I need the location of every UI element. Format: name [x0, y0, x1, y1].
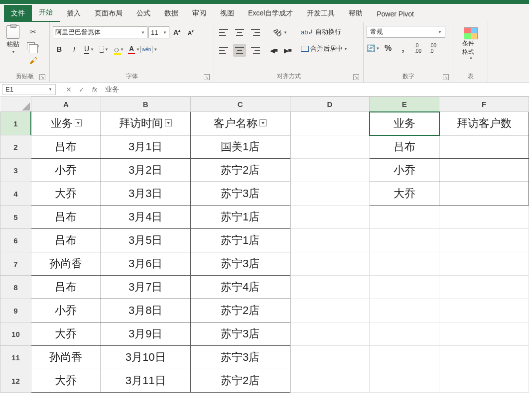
row-header-3[interactable]: 3 — [0, 159, 31, 182]
cell-C10[interactable]: 苏宁3店 — [190, 322, 290, 346]
cell-D6[interactable] — [290, 229, 370, 252]
cell-E2[interactable]: 吕布 — [370, 135, 439, 159]
cell-D5[interactable] — [290, 206, 370, 229]
decrease-decimal-button[interactable]: .00.0 — [426, 42, 439, 55]
cell-D3[interactable] — [290, 159, 370, 182]
dialog-launcher-icon[interactable]: ↘ — [353, 74, 359, 80]
align-middle-button[interactable] — [233, 26, 246, 39]
cell-A5[interactable]: 吕布 — [31, 206, 101, 229]
cell-E4[interactable]: 大乔 — [370, 182, 439, 206]
tab-help[interactable]: 帮助 — [342, 5, 370, 22]
cell-E9[interactable] — [370, 299, 439, 322]
cell-D7[interactable] — [290, 252, 370, 276]
cell-F4[interactable] — [439, 182, 529, 206]
cell-E6[interactable] — [370, 229, 439, 252]
cell-C2[interactable]: 国美1店 — [190, 135, 290, 159]
currency-button[interactable]: 🔄▼ — [367, 42, 380, 55]
cell-F1[interactable]: 拜访客户数 — [439, 112, 529, 135]
col-header-B[interactable]: B — [101, 97, 190, 112]
cancel-formula-button[interactable]: ✕ — [62, 84, 75, 95]
cell-C11[interactable]: 苏宁3店 — [190, 346, 290, 369]
dialog-launcher-icon[interactable]: ↘ — [39, 74, 45, 80]
cell-A9[interactable]: 小乔 — [31, 299, 101, 322]
cell-D4[interactable] — [290, 182, 370, 206]
col-header-E[interactable]: E — [370, 97, 439, 112]
cell-E3[interactable]: 小乔 — [370, 159, 439, 182]
cell-F8[interactable] — [439, 276, 529, 299]
cell-C4[interactable]: 苏宁3店 — [190, 182, 290, 206]
cell-E12[interactable] — [370, 369, 439, 393]
row-header-1[interactable]: 1 — [0, 112, 31, 135]
filter-button[interactable] — [75, 119, 82, 126]
cell-A2[interactable]: 吕布 — [31, 135, 101, 159]
cell-C5[interactable]: 苏宁1店 — [190, 206, 290, 229]
cell-B1[interactable]: 拜访时间 — [101, 112, 190, 135]
cell-C9[interactable]: 苏宁2店 — [190, 299, 290, 322]
cell-A12[interactable]: 大乔 — [31, 369, 101, 393]
phonetic-button[interactable]: wén▼ — [142, 43, 155, 56]
formula-input[interactable]: 业务 — [101, 85, 529, 94]
row-header-11[interactable]: 11 — [0, 346, 31, 369]
font-color-button[interactable]: A▼ — [128, 43, 140, 56]
align-left-button[interactable] — [217, 44, 230, 57]
cell-F10[interactable] — [439, 322, 529, 346]
cut-button[interactable]: ✂ — [28, 26, 38, 38]
tab-developer[interactable]: 开发工具 — [300, 5, 342, 22]
cell-B4[interactable]: 3月3日 — [101, 182, 190, 206]
accept-formula-button[interactable]: ✓ — [75, 84, 88, 95]
dialog-launcher-icon[interactable]: ↘ — [204, 74, 210, 80]
cell-C7[interactable]: 苏宁3店 — [190, 252, 290, 276]
cell-F9[interactable] — [439, 299, 529, 322]
tab-view[interactable]: 视图 — [213, 5, 241, 22]
font-name-select[interactable]: 阿里巴巴普惠体▼ — [53, 26, 147, 38]
align-top-button[interactable] — [217, 26, 230, 39]
cell-B8[interactable]: 3月7日 — [101, 276, 190, 299]
orientation-button[interactable]: ab▼ — [274, 26, 287, 39]
merge-center-button[interactable]: 合并后居中▼ — [299, 43, 350, 55]
underline-button[interactable]: U▼ — [83, 43, 96, 56]
row-header-7[interactable]: 7 — [0, 252, 31, 276]
spreadsheet-grid[interactable]: ABCDEF1业务拜访时间客户名称业务拜访客户数2吕布3月1日国美1店吕布3小乔… — [0, 97, 529, 393]
decrease-font-button[interactable]: A▾ — [184, 26, 197, 39]
row-header-2[interactable]: 2 — [0, 135, 31, 159]
row-header-8[interactable]: 8 — [0, 276, 31, 299]
cell-A1[interactable]: 业务 — [31, 112, 101, 135]
cell-B10[interactable]: 3月9日 — [101, 322, 190, 346]
decrease-indent-button[interactable]: ◀≡ — [267, 44, 280, 57]
cell-D9[interactable] — [290, 299, 370, 322]
copy-button[interactable]: ▼ — [25, 41, 42, 52]
fill-color-button[interactable]: ◇▼ — [113, 43, 126, 56]
col-header-F[interactable]: F — [439, 97, 529, 112]
tab-insert[interactable]: 插入 — [60, 5, 88, 22]
tab-layout[interactable]: 页面布局 — [88, 5, 130, 22]
cell-A3[interactable]: 小乔 — [31, 159, 101, 182]
border-button[interactable]: ▼ — [98, 43, 111, 56]
italic-button[interactable]: I — [68, 43, 81, 56]
cell-B5[interactable]: 3月4日 — [101, 206, 190, 229]
tab-file[interactable]: 文件 — [4, 5, 32, 22]
wrap-text-button[interactable]: ab↲自动换行 — [299, 26, 343, 38]
cell-D8[interactable] — [290, 276, 370, 299]
cell-D11[interactable] — [290, 346, 370, 369]
fx-button[interactable]: fx — [88, 84, 101, 95]
cell-B6[interactable]: 3月5日 — [101, 229, 190, 252]
percent-button[interactable]: % — [382, 42, 395, 55]
comma-button[interactable]: , — [397, 42, 409, 55]
dialog-launcher-icon[interactable]: ↘ — [443, 74, 449, 80]
cell-F3[interactable] — [439, 159, 529, 182]
tab-home[interactable]: 开始 — [32, 4, 60, 22]
cell-E5[interactable] — [370, 206, 439, 229]
paste-button[interactable]: 粘贴 ▼ — [3, 24, 23, 56]
tab-data[interactable]: 数据 — [157, 5, 185, 22]
tab-formulas[interactable]: 公式 — [130, 5, 157, 22]
cell-B3[interactable]: 3月2日 — [101, 159, 190, 182]
cell-C8[interactable]: 苏宁4店 — [190, 276, 290, 299]
increase-font-button[interactable]: A▴ — [170, 26, 183, 39]
cell-C6[interactable]: 苏宁1店 — [190, 229, 290, 252]
cell-B12[interactable]: 3月11日 — [101, 369, 190, 393]
cell-E1[interactable]: 业务 — [370, 112, 439, 135]
cell-D1[interactable] — [290, 112, 370, 135]
cell-C1[interactable]: 客户名称 — [190, 112, 290, 135]
number-format-select[interactable]: 常规▼ — [367, 26, 445, 38]
cell-A7[interactable]: 孙尚香 — [31, 252, 101, 276]
